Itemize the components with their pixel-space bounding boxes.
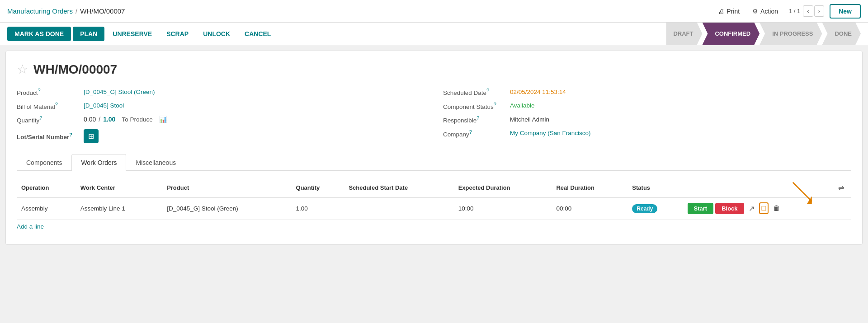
action-bar: MARK AS DONE PLAN UNRESERVE SCRAP UNLOCK… (0, 23, 868, 45)
quantity-label: Quantity? (17, 115, 80, 124)
component-status-row: Component Status? Available (443, 102, 851, 110)
col-expected-duration: Expected Duration (454, 178, 552, 198)
unreserve-button[interactable]: UNRESERVE (106, 27, 158, 41)
cell-expected-duration: 10:00 (454, 197, 552, 219)
delete-button[interactable]: 🗑 (770, 202, 783, 214)
bom-row: Bill of Material? [D_0045] Stool (17, 102, 425, 110)
scrap-button[interactable]: SCRAP (160, 27, 195, 41)
lot-help[interactable]: ? (69, 132, 72, 137)
company-value[interactable]: My Company (San Francisco) (510, 130, 591, 136)
col-operation: Operation (17, 178, 76, 198)
cancel-button[interactable]: CANCEL (238, 27, 277, 41)
tab-components[interactable]: Components (17, 154, 71, 171)
work-orders-section: Operation Work Center Product Quantity S… (17, 178, 851, 234)
top-actions: 🖨 Print ⚙ Action 1 / 1 ‹ › New (714, 4, 861, 19)
gear-icon: ⚙ (752, 8, 758, 15)
col-quantity: Quantity (292, 178, 344, 198)
action-button[interactable]: ⚙ Action (749, 6, 782, 17)
company-help[interactable]: ? (469, 129, 472, 135)
breadcrumb-current: WH/MO/00007 (80, 7, 125, 15)
next-button[interactable]: › (814, 5, 824, 17)
quantity-input-group: 0.00 / 1.00 To Produce 📊 (84, 116, 167, 123)
col-work-center: Work Center (76, 178, 162, 198)
record-title: WH/MO/00007 (33, 62, 117, 77)
responsible-row: Responsible? Mitchell Admin (443, 115, 851, 124)
product-label: Product? (17, 88, 80, 96)
status-badge: Ready (632, 204, 657, 213)
print-icon: 🖨 (718, 8, 724, 15)
form-right: Scheduled Date? 02/05/2024 11:53:14 Comp… (443, 88, 851, 143)
unlock-button[interactable]: UNLOCK (197, 27, 236, 41)
main-content: ☆ WH/MO/00007 Product? [D_0045_G] Stool … (5, 51, 863, 245)
tab-work-orders[interactable]: Work Orders (71, 154, 126, 171)
open-detail-button[interactable]: □ (759, 202, 769, 214)
add-lot-button[interactable]: ⊞ (84, 129, 99, 143)
bom-value[interactable]: [D_0045] Stool (84, 102, 124, 109)
qty-current: 0.00 (84, 116, 96, 123)
col-actions: ⇌ (683, 178, 851, 198)
bom-help[interactable]: ? (55, 102, 58, 107)
col-product: Product (162, 178, 291, 198)
product-row: Product? [D_0045_G] Stool (Green) (17, 88, 425, 96)
top-bar: Manufacturing Orders / WH/MO/00007 🖨 Pri… (0, 0, 868, 23)
form-left: Product? [D_0045_G] Stool (Green) Bill o… (17, 88, 425, 143)
pipeline-in-progress: IN PROGRESS (760, 23, 822, 45)
product-help[interactable]: ? (38, 88, 41, 93)
external-link-button[interactable]: ↗ (746, 202, 757, 215)
qty-help[interactable]: ? (39, 115, 42, 121)
add-line[interactable]: Add a line (17, 220, 851, 234)
product-value[interactable]: [D_0045_G] Stool (Green) (84, 89, 155, 95)
cell-work-center: Assembly Line 1 (76, 197, 162, 219)
nav-count: 1 / 1 (787, 8, 802, 14)
bom-label: Bill of Material? (17, 102, 80, 110)
qty-produce[interactable]: 1.00 (103, 116, 115, 123)
col-real-duration: Real Duration (552, 178, 627, 198)
plan-button[interactable]: PLAN (73, 27, 104, 41)
responsible-label: Responsible? (443, 115, 506, 124)
favorite-star[interactable]: ☆ (17, 62, 28, 77)
new-button[interactable]: New (830, 4, 861, 19)
start-button[interactable]: Start (688, 203, 714, 214)
company-row: Company? My Company (San Francisco) (443, 129, 851, 138)
scheduled-date-label: Scheduled Date? (443, 88, 506, 96)
company-label: Company? (443, 129, 506, 138)
navigation: 1 / 1 ‹ › (787, 5, 824, 17)
qty-to-produce-label: To Produce (122, 116, 152, 123)
resp-help[interactable]: ? (476, 115, 479, 121)
breadcrumb-parent[interactable]: Manufacturing Orders (7, 7, 73, 15)
cell-quantity: 1.00 (292, 197, 344, 219)
pipeline-done: DONE (822, 23, 861, 45)
breadcrumb-separator: / (75, 7, 77, 15)
col-scheduled-start: Scheduled Start Date (344, 178, 453, 198)
component-status-label: Component Status? (443, 102, 506, 110)
form-body: Product? [D_0045_G] Stool (Green) Bill o… (17, 88, 851, 143)
scheduled-help[interactable]: ? (486, 88, 489, 93)
cell-real-duration: 00:00 (552, 197, 627, 219)
prev-button[interactable]: ‹ (803, 5, 813, 17)
scheduled-date-row: Scheduled Date? 02/05/2024 11:53:14 (443, 88, 851, 96)
mark-as-done-button[interactable]: MARK AS DONE (7, 27, 71, 41)
breadcrumb: Manufacturing Orders / WH/MO/00007 (7, 7, 714, 15)
qty-separator: / (99, 116, 100, 123)
work-orders-table: Operation Work Center Product Quantity S… (17, 178, 851, 220)
status-pipeline: DRAFT CONFIRMED IN PROGRESS DONE (666, 23, 861, 45)
pipeline-draft: DRAFT (666, 23, 702, 45)
block-button[interactable]: Block (715, 203, 744, 214)
table-settings-icon[interactable]: ⇌ (835, 182, 847, 194)
print-button[interactable]: 🖨 Print (714, 6, 743, 17)
cell-scheduled-start (344, 197, 453, 219)
record-header: ☆ WH/MO/00007 (17, 62, 851, 77)
pipeline-confirmed: CONFIRMED (702, 23, 760, 45)
scheduled-date-value[interactable]: 02/05/2024 11:53:14 (510, 89, 566, 95)
responsible-value: Mitchell Admin (510, 116, 549, 123)
row-actions: Start Block ↗ □ 🗑 (688, 202, 847, 215)
component-status-value: Available (510, 102, 535, 109)
table-row: Assembly Assembly Line 1 [D_0045_G] Stoo… (17, 197, 851, 219)
lot-label: Lot/Serial Number? (17, 132, 80, 140)
cell-product: [D_0045_G] Stool (Green) (162, 197, 291, 219)
cell-status: Ready (627, 197, 683, 219)
produce-chart-icon: 📊 (159, 116, 167, 123)
comp-help[interactable]: ? (494, 102, 496, 107)
lot-row: Lot/Serial Number? ⊞ (17, 129, 425, 143)
tab-miscellaneous[interactable]: Miscellaneous (126, 154, 185, 171)
